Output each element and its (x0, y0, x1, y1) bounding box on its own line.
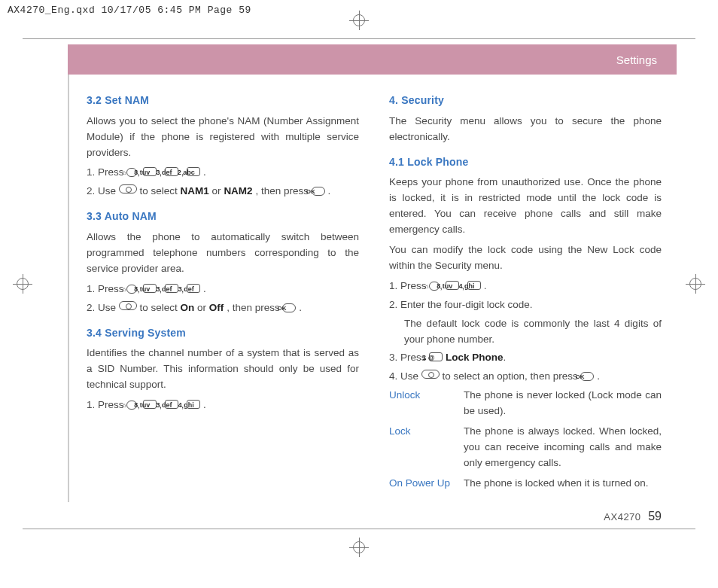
text: , then press (227, 302, 282, 313)
vertical-rule (68, 75, 69, 502)
key-4-icon: 4 ghi (187, 400, 200, 409)
left-column: 3.2 Set NAM Allows you to select the pho… (87, 93, 359, 495)
step-4-1-2-sub: The default lock code is commonly the la… (389, 316, 662, 348)
option-def: The phone is locked when it is turned on… (464, 476, 662, 496)
option-row-lock: Lock The phone is always locked. When lo… (389, 424, 662, 476)
key-8-icon: 8 tuv (143, 167, 157, 176)
key-3-icon: 3 def (165, 400, 178, 409)
text: or (197, 302, 209, 313)
ok-key-icon: OK (282, 303, 296, 312)
text: 1. Press (389, 280, 429, 291)
step-4-1-1: 1. Press ⌂, 8 tuv , 4 ghi . (389, 279, 662, 294)
option-def: The phone is never locked (Lock mode can… (464, 388, 662, 424)
registration-mark-left (13, 274, 32, 294)
text: to select (140, 302, 181, 313)
registration-mark-bottom (349, 538, 369, 557)
step-3-3-2: 2. Use to select On or Off , then press … (87, 300, 359, 316)
option-term: Lock (389, 424, 464, 476)
option-def: The phone is always locked. When locked,… (464, 424, 662, 476)
option-row-unlock: Unlock The phone is never locked (Lock m… (389, 388, 662, 424)
registration-mark-top (349, 11, 369, 30)
key-3-icon: 3 def (165, 167, 178, 176)
footer-model: AX4270 (604, 511, 640, 522)
heading-3-2: 3.2 Set NAM (87, 93, 359, 109)
bold-lock-phone: Lock Phone (446, 352, 504, 363)
para-4-1a: Keeps your phone from unauthorized use. … (389, 175, 662, 238)
page-frame: Settings 3.2 Set NAM Allows you to selec… (23, 20, 695, 547)
step-3-2-1: 1. Press ⌂, 8 tuv , 3 def , 2 abc . (87, 165, 359, 181)
header-band: Settings (68, 44, 677, 75)
bold-off: Off (209, 302, 224, 313)
bold-nam2: NAM2 (224, 185, 252, 197)
right-column: 4. Security The Security menu allows you… (389, 93, 662, 495)
key-8-icon: 8 tuv (143, 400, 157, 409)
registration-mark-right (686, 274, 705, 294)
rule-top (23, 38, 695, 39)
heading-3-4: 3.4 Serving System (87, 325, 359, 342)
text: or (212, 185, 224, 197)
text: 2. Use (87, 302, 119, 313)
text: 1. Press (87, 166, 126, 178)
ok-key-icon: OK (312, 187, 325, 196)
text: , then press (255, 185, 311, 197)
step-4-1-3: 3. Press 1 @ Lock Phone. (389, 350, 662, 366)
key-8-icon: 8 tuv (446, 281, 459, 290)
footer-page: 59 (648, 510, 662, 522)
content-area: 3.2 Set NAM Allows you to select the pho… (87, 93, 662, 495)
step-4-1-4: 4. Use to select an option, then press O… (389, 369, 662, 385)
para-4: The Security menu allows you to secure t… (389, 114, 662, 145)
para-4-1b: You can modify the lock code using the N… (389, 242, 662, 274)
key-2-icon: 2 abc (187, 167, 200, 176)
nav-key-icon (421, 370, 440, 379)
step-4-1-2: 2. Enter the four-digit lock code. (389, 297, 662, 313)
text: 2. Use (87, 185, 119, 197)
footer: AX4270 59 (604, 510, 662, 523)
key-4-icon: 4 ghi (467, 281, 481, 290)
heading-4-1: 4.1 Lock Phone (389, 154, 662, 171)
key-3-icon: 3 def (165, 284, 178, 293)
option-row-powerup: On Power Up The phone is locked when it … (389, 476, 662, 496)
bold-nam1: NAM1 (181, 185, 209, 197)
para-3-4: Identifies the channel number of a syste… (87, 346, 359, 393)
nav-key-icon (119, 184, 137, 193)
text: to select an option, then press (443, 370, 581, 382)
para-3-2: Allows you to select the phone's NAM (Nu… (87, 114, 359, 161)
step-3-4-1: 1. Press ⌂, 8 tuv , 3 def , 4 ghi . (87, 398, 359, 413)
text: to select (140, 185, 181, 197)
para-3-3: Allows the phone to automatically switch… (87, 230, 359, 277)
step-3-2-2: 2. Use to select NAM1 or NAM2 , then pre… (87, 184, 359, 200)
rule-bottom (23, 529, 695, 529)
step-3-3-1: 1. Press ⌂, 8 tuv , 3 def , 3 def . (87, 282, 359, 297)
ok-key-icon: OK (580, 372, 594, 381)
bold-on: On (181, 302, 195, 313)
text: 4. Use (389, 370, 421, 382)
text: 1. Press (87, 399, 126, 410)
nav-key-icon (119, 301, 137, 310)
options-table: Unlock The phone is never locked (Lock m… (389, 388, 662, 496)
key-8-icon: 8 tuv (143, 284, 157, 293)
option-term: On Power Up (389, 476, 464, 496)
heading-4: 4. Security (389, 93, 662, 109)
key-1-icon: 1 @ (429, 352, 443, 361)
option-term: Unlock (389, 388, 464, 424)
text: 1. Press (87, 283, 126, 294)
heading-3-3: 3.3 Auto NAM (87, 209, 359, 225)
key-3-icon: 3 def (187, 284, 200, 293)
header-title: Settings (616, 53, 657, 66)
